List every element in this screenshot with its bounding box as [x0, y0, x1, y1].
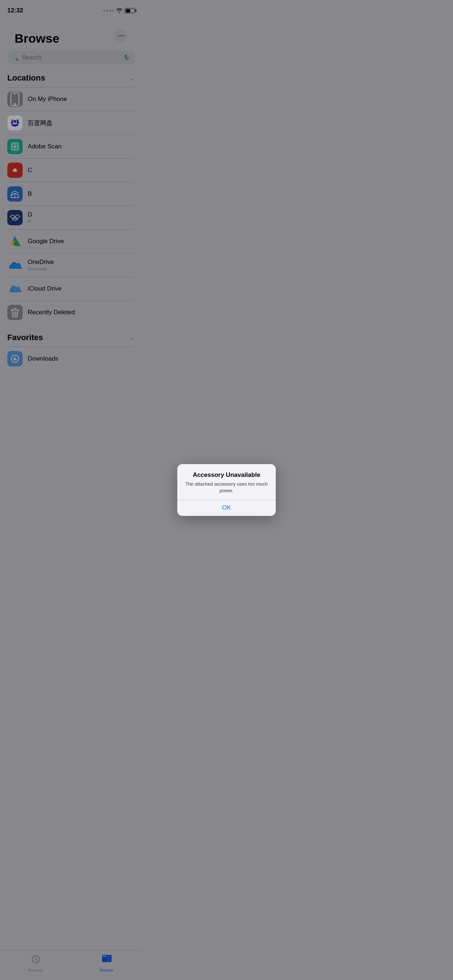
alert-overlay: Accessory Unavailable The attached acces… — [0, 0, 142, 403]
